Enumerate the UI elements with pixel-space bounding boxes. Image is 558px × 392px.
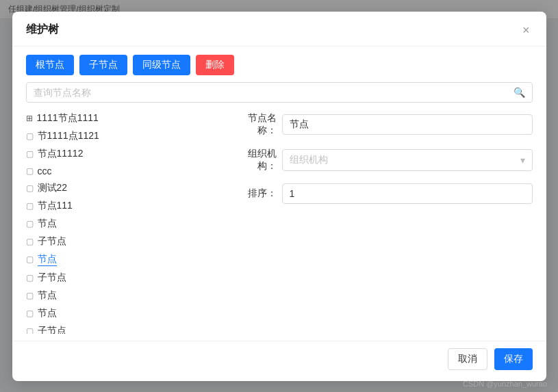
modal-overlay: 维护树 × 根节点 子节点 同级节点 删除 🔍 ⊞1111节点1111▢节111… (0, 0, 558, 392)
tree-item[interactable]: ▢节点111 (26, 197, 218, 215)
tree-item-label: 测试22 (38, 182, 68, 194)
folder-icon: ⊞ (26, 114, 33, 123)
tree-item-label: 1111节点1111 (37, 112, 99, 125)
tree-item[interactable]: ▢节点 (26, 304, 218, 322)
file-icon: ▢ (26, 237, 34, 246)
file-icon: ▢ (26, 166, 34, 176)
tree-panel: ⊞1111节点1111▢节1111点1121▢节点11112▢ccc▢测试22▢… (26, 109, 218, 334)
file-icon: ▢ (26, 219, 34, 228)
node-name-label: 节点名称： (234, 112, 282, 137)
tree-item-label: 节点 (38, 218, 57, 230)
tree-item-label: 节点11112 (38, 148, 84, 160)
tree-item[interactable]: ▢节点 (26, 287, 218, 304)
maintain-tree-dialog: 维护树 × 根节点 子节点 同级节点 删除 🔍 ⊞1111节点1111▢节111… (12, 12, 546, 381)
sort-input[interactable] (282, 183, 533, 204)
node-name-row: 节点名称： (234, 112, 533, 137)
org-select-placeholder: 组织机构 (290, 154, 328, 166)
sibling-node-button[interactable]: 同级节点 (133, 55, 190, 75)
tree-item[interactable]: ⊞1111节点1111 (26, 109, 218, 127)
tree-item[interactable]: ▢测试22 (26, 179, 218, 197)
tree-item-label: 子节点 (38, 325, 66, 334)
file-icon: ▢ (26, 291, 34, 300)
tree-item-label: 节1111点1121 (38, 130, 99, 142)
tree-item[interactable]: ▢子节点 (26, 233, 218, 250)
search-icon: 🔍 (513, 87, 525, 98)
org-label: 组织机构： (234, 148, 282, 172)
tree-item-label: ccc (38, 166, 52, 177)
tree-item[interactable]: ▢节点 (26, 215, 218, 233)
org-row: 组织机构： 组织机构 ▾ (234, 148, 533, 172)
tree-item[interactable]: ▢ccc (26, 163, 218, 179)
tree-item-label: 子节点 (38, 272, 66, 284)
tree-item-label: 节点 (38, 289, 57, 302)
tree-item[interactable]: ▢子节点 (26, 322, 218, 334)
org-select[interactable]: 组织机构 ▾ (282, 149, 533, 171)
dialog-footer: 取消 保存 (12, 341, 546, 381)
tree-item-label: 节点 (38, 253, 57, 266)
dialog-header: 维护树 × (12, 12, 546, 47)
file-icon: ▢ (26, 149, 34, 159)
tree-item[interactable]: ▢节1111点1121 (26, 127, 218, 145)
close-button[interactable]: × (520, 23, 533, 38)
tree-item[interactable]: ▢节点11112 (26, 145, 218, 163)
dialog-toolbar: 根节点 子节点 同级节点 删除 (12, 47, 546, 82)
dialog-body: ⊞1111节点1111▢节1111点1121▢节点11112▢ccc▢测试22▢… (12, 109, 546, 341)
watermark: CSDN @yunzhan_wurao (463, 380, 547, 388)
delete-button[interactable]: 删除 (196, 55, 234, 75)
file-icon: ▢ (26, 326, 34, 334)
file-icon: ▢ (26, 309, 34, 318)
tree-item[interactable]: ▢节点 (26, 250, 218, 269)
sort-label: 排序： (234, 187, 282, 200)
file-icon: ▢ (26, 131, 34, 141)
child-node-button[interactable]: 子节点 (79, 55, 127, 75)
file-icon: ▢ (26, 273, 34, 283)
tree-item-label: 节点 (38, 307, 57, 319)
tree-item-label: 子节点 (38, 235, 66, 248)
search-bar: 🔍 (26, 82, 533, 103)
sort-row: 排序： (234, 183, 533, 204)
dialog-title: 维护树 (26, 23, 59, 37)
form-panel: 节点名称： 组织机构： 组织机构 ▾ 排序： (234, 109, 533, 334)
file-icon: ▢ (26, 183, 34, 193)
node-name-input[interactable] (282, 114, 533, 135)
save-button[interactable]: 保存 (494, 348, 533, 370)
tree-item-label: 节点111 (38, 200, 73, 212)
file-icon: ▢ (26, 201, 34, 211)
file-icon: ▢ (26, 254, 34, 264)
tree-item[interactable]: ▢子节点 (26, 269, 218, 287)
search-input[interactable] (34, 87, 509, 98)
chevron-down-icon: ▾ (520, 155, 525, 166)
cancel-button[interactable]: 取消 (448, 348, 487, 370)
root-node-button[interactable]: 根节点 (26, 55, 74, 75)
